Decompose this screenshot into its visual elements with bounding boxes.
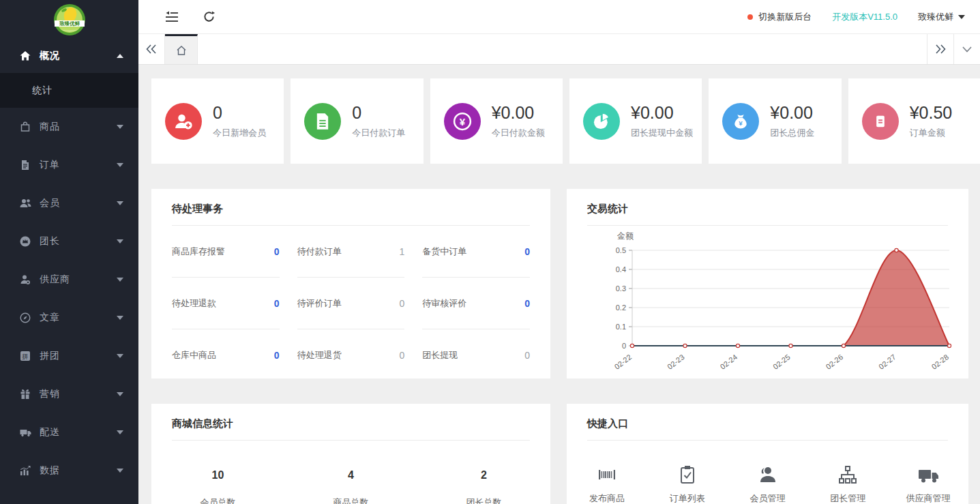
stat-card-paid-amount[interactable]: ¥ ¥0.00 今日付款金额 xyxy=(430,78,563,164)
member-manage-icon xyxy=(756,464,778,486)
pending-item[interactable]: 待处理退货0 xyxy=(297,329,405,379)
sidebar-item-goods[interactable]: 商品 xyxy=(0,108,138,146)
stat-card-leader-commission[interactable]: ¥ ¥0.00 团长总佣金 xyxy=(709,78,841,164)
stat-label: 团长提现中金额 xyxy=(631,127,693,139)
sidebar-item-partial[interactable] xyxy=(0,490,138,504)
delivery-truck-icon xyxy=(19,426,31,439)
sidebar-item-label: 配送 xyxy=(40,426,117,439)
stat-card-paid-orders[interactable]: 0 今日付款订单 xyxy=(291,78,423,164)
org-chart-icon xyxy=(837,464,859,486)
stat-value: ¥0.50 xyxy=(910,103,953,123)
sidebar-item-label: 供应商 xyxy=(40,273,117,286)
panel-title: 商城信息统计 xyxy=(172,404,530,441)
pending-item[interactable]: 商品库存报警0 xyxy=(172,226,280,278)
brand-logo[interactable]: 致臻优鲜 xyxy=(0,0,138,39)
stat-value: ¥0.00 xyxy=(492,103,545,123)
quick-entry-publish-goods[interactable]: 发布商品 xyxy=(567,464,647,504)
sidebar-item-label: 营销 xyxy=(40,388,117,400)
quick-entry-supplier-manage[interactable]: 供应商管理 xyxy=(888,464,968,504)
money-bag-icon: ¥ xyxy=(722,103,759,140)
pending-panel: 待处理事务 商品库存报警0 待付款订单1 备货中订单0 待处理退款0 待评价订单… xyxy=(151,189,550,379)
tabs-scroll-left-button[interactable] xyxy=(138,34,165,64)
sidebar-item-leaders[interactable]: 团长 xyxy=(0,222,138,261)
barcode-icon xyxy=(596,464,618,486)
user-name: 致臻优鲜 xyxy=(918,11,953,23)
sidebar-item-members[interactable]: 会员 xyxy=(0,184,138,222)
pending-item[interactable]: 备货中订单0 xyxy=(422,226,530,278)
svg-text:金额: 金额 xyxy=(617,231,634,241)
sidebar-item-delivery[interactable]: 配送 xyxy=(0,413,138,451)
stat-value: 0 xyxy=(352,103,405,123)
sidebar-item-label: 概况 xyxy=(40,50,117,62)
sidebar-item-label: 拼团 xyxy=(40,350,117,362)
mall-stat-members-total[interactable]: 10 会员总数 xyxy=(151,469,284,504)
sidebar-item-stats[interactable]: 统计 xyxy=(0,73,138,108)
pending-item[interactable]: 待付款订单1 xyxy=(297,226,405,278)
stat-text: 0 今日新增会员 xyxy=(213,103,266,139)
transaction-area-chart[interactable]: 金额00.10.20.30.40.502-2202-2302-2402-2502… xyxy=(578,230,954,373)
pending-item[interactable]: 待审核评价0 xyxy=(422,278,530,329)
tabs-scroll-right-button[interactable] xyxy=(927,34,953,64)
version-link[interactable]: 开发版本V11.5.0 xyxy=(832,11,897,23)
home-icon xyxy=(19,50,31,62)
sidebar-item-suppliers[interactable]: 供应商 xyxy=(0,261,138,299)
mall-stats-panel: 商城信息统计 10 会员总数 4 商品总数 2 团长总数 xyxy=(151,404,550,504)
sidebar-item-label: 会员 xyxy=(40,197,117,209)
stat-label: 今日付款金额 xyxy=(492,127,545,139)
sidebar-item-orders[interactable]: 订单 xyxy=(0,146,138,184)
svg-text:02-23: 02-23 xyxy=(666,353,686,371)
stat-card-new-members[interactable]: 0 今日新增会员 xyxy=(151,78,284,164)
pending-item[interactable]: 待处理退款0 xyxy=(172,278,280,329)
switch-backend-link[interactable]: 切换新版后台 xyxy=(747,11,812,23)
chevron-down-icon xyxy=(958,15,965,19)
sidebar-item-marketing[interactable]: 营销 xyxy=(0,375,138,413)
svg-text:02-26: 02-26 xyxy=(825,353,845,371)
app-window: 致臻优鲜 概况 统计 商品 订单 xyxy=(0,0,980,504)
order-list-icon xyxy=(677,464,698,486)
chevron-down-icon xyxy=(117,316,123,320)
pending-item[interactable]: 待评价订单0 xyxy=(297,278,405,329)
quick-entry-leader-manage[interactable]: 团长管理 xyxy=(807,464,888,504)
stat-card-order-amount[interactable]: ¥0.50 订单金额 xyxy=(848,78,980,164)
main-area: 切换新版后台 开发版本V11.5.0 致臻优鲜 xyxy=(138,0,980,504)
stat-text: ¥0.00 今日付款金额 xyxy=(492,103,545,139)
content: 0 今日新增会员 0 今日付款订单 ¥ xyxy=(138,65,980,504)
stat-text: ¥0.50 订单金额 xyxy=(910,103,953,139)
chevron-down-icon xyxy=(117,278,123,282)
collapse-sidebar-icon[interactable] xyxy=(164,11,179,23)
stat-cards-row: 0 今日新增会员 0 今日付款订单 ¥ xyxy=(151,78,980,164)
sidebar-item-groupbuy[interactable]: 拼 拼团 xyxy=(0,337,138,375)
brand-logo-icon: 致臻优鲜 xyxy=(53,3,86,36)
transaction-chart-panel: 交易统计 金额00.10.20.30.40.502-2202-2302-2402… xyxy=(567,189,968,379)
receipt-icon xyxy=(862,103,899,140)
stat-value: ¥0.00 xyxy=(631,103,693,123)
quick-entry-member-manage[interactable]: 会员管理 xyxy=(728,464,808,504)
svg-text:02-25: 02-25 xyxy=(771,353,792,371)
svg-text:02-24: 02-24 xyxy=(719,353,739,371)
svg-text:致臻优鲜: 致臻优鲜 xyxy=(59,20,80,27)
sidebar-item-data[interactable]: 数据 xyxy=(0,451,138,490)
quick-entry-panel: 快捷入口 发布商品 订单列表 会员管理 xyxy=(567,404,968,504)
tab-home[interactable] xyxy=(165,34,198,64)
mall-stat-leaders-total[interactable]: 2 团长总数 xyxy=(417,469,550,504)
sidebar-sub-label: 统计 xyxy=(32,85,53,97)
sidebar-item-overview[interactable]: 概况 xyxy=(0,39,138,73)
svg-text:0.4: 0.4 xyxy=(616,265,626,273)
pending-item[interactable]: 团长提现0 xyxy=(422,329,530,379)
chevron-down-icon xyxy=(117,201,123,205)
home-outline-icon xyxy=(175,44,188,57)
svg-text:02-28: 02-28 xyxy=(930,353,951,371)
sidebar: 致臻优鲜 概况 统计 商品 订单 xyxy=(0,0,138,504)
pending-item[interactable]: 仓库中商品0 xyxy=(172,329,280,379)
svg-text:¥: ¥ xyxy=(739,119,743,127)
user-menu[interactable]: 致臻优鲜 xyxy=(918,11,965,23)
mall-stat-goods-total[interactable]: 4 商品总数 xyxy=(284,469,417,504)
refresh-icon[interactable] xyxy=(203,10,216,23)
article-compass-icon xyxy=(19,312,31,324)
topbar-right: 切换新版后台 开发版本V11.5.0 致臻优鲜 xyxy=(747,11,980,23)
sidebar-item-articles[interactable]: 文章 xyxy=(0,299,138,337)
tabs-menu-button[interactable] xyxy=(953,34,980,64)
stat-text: ¥0.00 团长提现中金额 xyxy=(631,103,693,139)
stat-card-leader-withdrawing[interactable]: ¥0.00 团长提现中金额 xyxy=(569,78,702,164)
quick-entry-order-list[interactable]: 订单列表 xyxy=(647,464,728,504)
